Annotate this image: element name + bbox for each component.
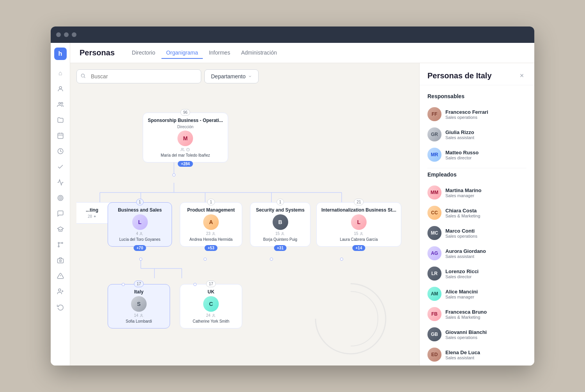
connector-dot-4 (270, 258, 273, 261)
intl-title: Internationalization Business St... (321, 207, 396, 213)
person-name: Giulia Rizzo (445, 129, 526, 135)
sidebar-item-calendar[interactable] (53, 129, 67, 143)
uk-person-name: Catherine York Smith (193, 319, 229, 323)
avatar-martina: MM (427, 185, 441, 200)
person-item[interactable]: ED Elena De Luca Sales assistant (427, 344, 526, 365)
tab-administracion[interactable]: Administración (236, 47, 282, 59)
sidebar-item-branch[interactable] (53, 238, 67, 252)
sidebar-item-camera[interactable] (53, 253, 67, 267)
node-product-mgmt[interactable]: 1 Product Management A 23 Andrea Heredia… (180, 202, 242, 247)
person-item[interactable]: FB Francesca Bruno Sales & Marketing (427, 304, 526, 324)
person-name: Matteo Russo (445, 150, 526, 155)
traffic-light-red[interactable] (56, 32, 61, 37)
svg-point-13 (62, 242, 63, 244)
person-item[interactable]: MC Marco Conti Sales operations (427, 223, 526, 243)
section-divider (427, 168, 526, 168)
bs-expand-badge[interactable]: +70 (133, 245, 146, 251)
intl-count: 21 (354, 199, 363, 205)
connector-dot-7 (193, 283, 197, 286)
right-panel: Personas de Italy × Responsables FF Fran… (419, 63, 534, 366)
node-intl[interactable]: 21 Internationalization Business St... L… (316, 202, 401, 247)
avatar-aurora: AG (427, 246, 441, 260)
person-item[interactable]: AG Aurora Giordano Sales assistant (427, 243, 526, 263)
department-filter-button[interactable]: Departamento (204, 69, 259, 83)
sec-count: 1 (277, 199, 284, 205)
search-icon (80, 73, 86, 80)
connector-dot-6 (122, 283, 125, 286)
sidebar-item-alert[interactable] (53, 269, 67, 283)
svg-line-22 (84, 77, 85, 78)
sec-expand-badge[interactable]: +31 (274, 245, 287, 251)
sec-meta: 15 (275, 231, 285, 236)
sec-title: Security and Systems (256, 207, 305, 213)
sidebar-item-user-add[interactable] (53, 284, 67, 298)
node-uk[interactable]: 17 UK C 24 Catherine York Smith (180, 284, 242, 328)
root-title: Sponsorship Business - Operati... (148, 118, 223, 123)
person-role: Sales & Marketing (445, 315, 526, 320)
page-title: Personas (80, 48, 115, 57)
avatar-francesca: FB (427, 307, 441, 321)
person-item[interactable]: FF Francesco Ferrari Sales operations (427, 104, 526, 124)
person-item[interactable]: AM Alice Mancini Sales manager (427, 284, 526, 304)
pm-expand-badge[interactable]: +53 (205, 245, 218, 251)
bs-meta: 4 (136, 231, 144, 236)
sidebar-item-group[interactable] (53, 97, 67, 111)
person-role: Sales operations (445, 234, 526, 238)
traffic-light-yellow[interactable] (64, 32, 69, 37)
node-security[interactable]: 1 Security and Systems B 15 Borja Quinte… (250, 202, 310, 247)
tab-informes[interactable]: Informes (204, 47, 235, 59)
avatar-marco: MC (427, 226, 441, 240)
sidebar-item-chart[interactable] (53, 175, 67, 189)
person-item[interactable]: MR Matteo Russo Sales director (427, 145, 526, 165)
app-logo[interactable]: h (54, 48, 67, 60)
person-role: Sales assistant (445, 355, 526, 360)
uk-title: UK (207, 289, 214, 295)
sidebar-item-person[interactable] (53, 82, 67, 96)
tab-organigrama[interactable]: Organigrama (161, 47, 203, 59)
person-name: Francesco Ferrari (445, 109, 526, 115)
italy-title: Italy (134, 289, 144, 295)
sidebar-item-message[interactable] (53, 207, 67, 221)
person-item[interactable]: CC Chiara Costa Sales & Marketing (427, 203, 526, 223)
node-business-sales[interactable]: 1 Business and Sales L 4 Lucía del Toro … (108, 202, 172, 247)
sidebar-item-home[interactable]: ⌂ (53, 66, 67, 80)
intl-meta: 15 (354, 231, 363, 236)
sec-avatar: B (273, 214, 288, 230)
person-role: Sales manager (445, 193, 526, 198)
intl-person-name: Laura Cabrera García (340, 237, 378, 242)
search-input[interactable] (76, 69, 201, 83)
root-node[interactable]: 96 Sponsorship Business - Operati... Dir… (143, 113, 228, 162)
person-role: Sales director (445, 274, 526, 279)
sidebar-item-target[interactable] (53, 191, 67, 205)
connector-dot-5 (340, 258, 343, 261)
close-button[interactable]: × (517, 71, 526, 80)
tab-directorio[interactable]: Directorio (127, 47, 160, 59)
person-role: Sales manager (445, 295, 526, 299)
person-role: Sales assistant (445, 135, 526, 140)
main-content: Personas Directorio Organigrama Informes… (70, 43, 534, 366)
avatar-matteo: MR (427, 148, 441, 162)
svg-point-42 (361, 232, 362, 233)
sidebar-item-education[interactable] (53, 222, 67, 236)
person-item[interactable]: MM Martina Marino Sales manager (427, 182, 526, 203)
person-role: Sales assistant (445, 254, 526, 259)
root-count: 96 (181, 109, 190, 116)
traffic-light-green[interactable] (72, 32, 76, 37)
italy-count: 17 (134, 281, 144, 287)
person-info-chiara: Chiara Costa Sales & Marketing (445, 208, 526, 218)
empleados-title: Empleados (427, 171, 526, 178)
intl-expand-badge[interactable]: +14 (353, 245, 365, 251)
sidebar-item-clock[interactable] (53, 144, 67, 158)
sidebar-item-history[interactable] (53, 300, 67, 314)
sidebar-item-folder[interactable] (53, 113, 67, 127)
person-item[interactable]: LR Lorenzo Ricci Sales director (427, 263, 526, 284)
person-name: Chiara Costa (445, 208, 526, 214)
italy-meta: 14 (134, 313, 144, 318)
root-person-name: María del mar Toledo Ibañez (161, 153, 210, 157)
sidebar-item-check[interactable] (53, 160, 67, 174)
nav-tabs: Directorio Organigrama Informes Administ… (127, 47, 282, 58)
person-item[interactable]: GR Giulia Rizzo Sales assistant (427, 124, 526, 145)
node-italy[interactable]: 17 Italy S 14 Sofia Lombardi (108, 284, 170, 328)
person-item[interactable]: GB Giovanni Bianchi Sales operations (427, 324, 526, 344)
root-expand-badge[interactable]: +284 (178, 161, 193, 167)
